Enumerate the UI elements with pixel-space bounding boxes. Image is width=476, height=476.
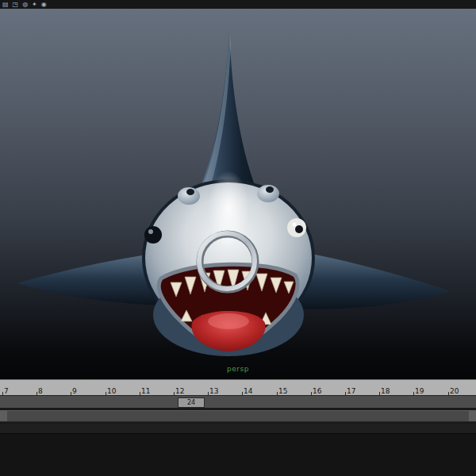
panel-menu-icon[interactable]: ▤ <box>2 2 9 8</box>
timeline-scrubber[interactable]: 7 8 9 10 11 12 13 14 15 16 17 18 19 20 <box>0 379 476 395</box>
camera-label: persp <box>227 365 249 373</box>
timeline-frame-label: 9 <box>71 382 77 394</box>
range-handle-left[interactable] <box>0 411 7 421</box>
timeline-frame-label: 12 <box>174 382 184 394</box>
viewport-3d[interactable]: persp <box>0 9 476 379</box>
shark-model <box>0 9 476 379</box>
bottom-panel <box>0 424 476 476</box>
maya-window: ▤ ◳ ◍ ✦ ◉ <box>0 0 476 476</box>
sphere-icon[interactable]: ◍ <box>22 2 28 8</box>
timeline-frame-label: 14 <box>242 382 252 394</box>
timeline-frame-label: 11 <box>140 382 150 394</box>
timeline-frame-label: 10 <box>106 382 116 394</box>
current-frame-field[interactable]: 24 <box>178 397 205 408</box>
timeline-frame-label: 18 <box>379 382 390 394</box>
playback-controls-row: 24 <box>0 395 476 408</box>
timeline-frame-label: 7 <box>2 382 9 394</box>
timeline-frame-label: 17 <box>345 382 355 394</box>
timeline-frame-label: 13 <box>208 382 218 394</box>
bottom-panel-strip <box>0 424 476 434</box>
timeline-frame-label: 16 <box>311 382 321 394</box>
panel-toolbar: ▤ ◳ ◍ ✦ ◉ <box>0 0 476 9</box>
camera-icon[interactable]: ◉ <box>41 2 47 8</box>
range-slider[interactable] <box>0 410 476 422</box>
range-handle-right[interactable] <box>469 411 476 421</box>
timeline-frame-label: 19 <box>413 382 424 394</box>
light-icon[interactable]: ✦ <box>32 2 37 8</box>
cube-icon[interactable]: ◳ <box>13 2 19 8</box>
timeline-frame-label: 15 <box>277 382 287 394</box>
timeline-frame-label: 20 <box>448 382 459 394</box>
timeline-frame-label: 8 <box>36 382 43 394</box>
range-slider-row <box>0 408 476 424</box>
